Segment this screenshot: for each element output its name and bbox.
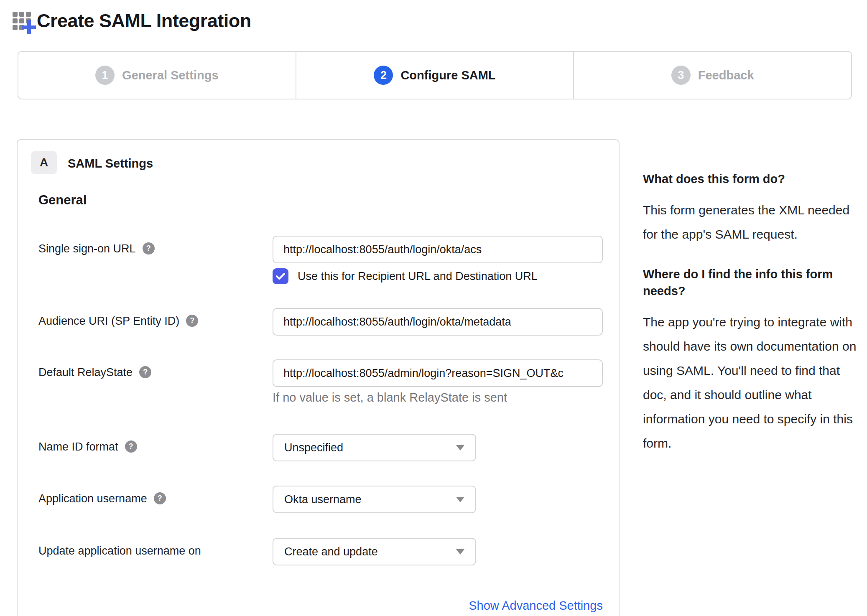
create-saml-integration-page: Create SAML Integration 1 General Settin… <box>0 0 867 616</box>
sidebar-question-2: Where do I find the info this form needs… <box>643 266 857 299</box>
step-configure-saml[interactable]: 2 Configure SAML <box>296 52 574 99</box>
card-title: SAML Settings <box>68 157 153 171</box>
relaystate-help-icon[interactable]: ? <box>139 366 151 378</box>
sidebar-answer-1: This form generates the XML needed for t… <box>643 198 857 247</box>
sidebar-answer-2: The app you're trying to integrate with … <box>643 310 857 456</box>
step-2-label: Configure SAML <box>400 69 495 82</box>
relaystate-label: Default RelayState? <box>38 366 151 379</box>
step-feedback[interactable]: 3 Feedback <box>574 52 851 99</box>
step-general-settings[interactable]: 1 General Settings <box>18 52 296 99</box>
application-username-label: Application username? <box>38 492 166 505</box>
relaystate-input[interactable] <box>273 359 603 387</box>
application-username-value: Okta username <box>284 493 362 506</box>
step-1-circle: 1 <box>95 66 115 85</box>
name-id-format-select[interactable]: Unspecified <box>273 434 476 461</box>
checkmark-icon <box>275 272 286 280</box>
dropdown-arrow-icon <box>456 445 464 451</box>
application-username-select[interactable]: Okta username <box>273 486 476 513</box>
step-1-label: General Settings <box>122 69 218 82</box>
wizard-step-bar: 1 General Settings 2 Configure SAML 3 Fe… <box>18 51 852 99</box>
update-username-value: Create and update <box>284 545 378 558</box>
dropdown-arrow-icon <box>456 549 464 555</box>
help-sidebar: What does this form do? This form genera… <box>643 171 857 456</box>
show-advanced-settings-link[interactable]: Show Advanced Settings <box>273 599 603 613</box>
recipient-url-checkbox-row: Use this for Recipient URL and Destinati… <box>273 268 538 284</box>
saml-settings-card: A SAML Settings General Single sign-on U… <box>17 139 620 616</box>
name-id-format-help-icon[interactable]: ? <box>125 440 137 453</box>
recipient-url-checkbox-label: Use this for Recipient URL and Destinati… <box>298 270 538 283</box>
sso-url-label: Single sign-on URL? <box>38 242 155 255</box>
update-username-select[interactable]: Create and update <box>273 538 476 565</box>
relaystate-hint: If no value is set, a blank RelayState i… <box>273 391 507 405</box>
grid-plus-app-icon <box>13 9 34 33</box>
dropdown-arrow-icon <box>456 497 464 502</box>
recipient-url-checkbox[interactable] <box>273 268 288 284</box>
name-id-format-label: Name ID format? <box>38 440 137 453</box>
sso-url-help-icon[interactable]: ? <box>143 242 155 255</box>
step-2-circle: 2 <box>374 66 393 85</box>
sidebar-question-1: What does this form do? <box>643 171 857 187</box>
step-3-label: Feedback <box>698 69 754 82</box>
audience-uri-input[interactable] <box>273 308 603 336</box>
page-title: Create SAML Integration <box>37 10 251 32</box>
section-a-badge: A <box>31 151 57 174</box>
plus-icon <box>22 20 36 34</box>
page-header: Create SAML Integration <box>13 9 251 33</box>
audience-uri-label: Audience URI (SP Entity ID)? <box>38 315 198 328</box>
application-username-help-icon[interactable]: ? <box>154 492 166 504</box>
audience-uri-help-icon[interactable]: ? <box>186 315 198 327</box>
general-section-heading: General <box>38 193 87 208</box>
update-username-label: Update application username on <box>38 545 201 557</box>
sso-url-input[interactable] <box>273 236 603 263</box>
step-3-circle: 3 <box>671 66 691 85</box>
name-id-format-value: Unspecified <box>284 441 343 454</box>
